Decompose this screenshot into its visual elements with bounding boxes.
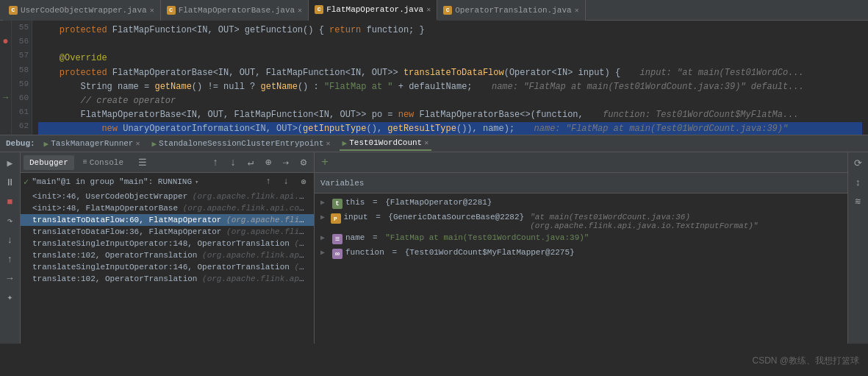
variables-section-header: Variables [315,173,847,194]
bp-62 [0,119,11,133]
step-into-icon[interactable]: ↓ [2,232,18,248]
frames-list: <init>:46, UserCodeObjectWrapper (org.ap… [21,191,314,344]
debug-label: Debug: [6,139,35,148]
code-content: protected FlatMapFunction<IN, OUT> getFu… [32,21,868,135]
filter-icon[interactable]: ☰ [135,155,150,170]
thread-dropdown[interactable]: ▾ [195,178,198,186]
step-over-icon[interactable]: ↷ [2,213,18,229]
resume-icon[interactable]: ▶ [2,155,18,171]
frames-pin-btn[interactable]: ⊕ [261,155,276,170]
ln-57: 57 [12,49,29,63]
debug-session-test01[interactable]: ▶ Test01WordCount ✕ [340,137,432,151]
run-cursor-icon[interactable]: → [2,270,18,286]
tab-label: FlatMapOperator.java [326,5,423,14]
thread-down[interactable]: ↓ [279,174,293,189]
tab-debugger[interactable]: Debugger [24,155,74,170]
code-line-59b: FlatMapOperatorBase<IN, OUT, FlatMapFunc… [38,108,862,122]
ln-59: 59 [12,77,29,91]
step-out-icon[interactable]: ↑ [2,251,18,267]
ln-60: 60 [12,91,29,105]
right-panel: + Variables ▶ t this = {FlatMapOperator@… [315,152,847,344]
frames-restore-btn[interactable]: ↵ [243,155,258,170]
watermark: CSDN @教练、我想打篮球 [752,355,859,367]
code-line-56: @Override [38,52,862,65]
expand-this[interactable]: ▶ [320,198,329,207]
this-icon: t [332,199,342,209]
sidebar-icon-3[interactable]: ≋ [850,194,867,210]
left-action-bar: ▶ ⏸ ■ ↷ ↓ ↑ → ✦ [0,152,21,344]
frame-item-7[interactable]: translate:102, OperatorTranslation (org.… [21,273,314,285]
bp-56: ● [0,35,11,49]
var-function[interactable]: ▶ ∞ function = {Test01WordCount$MyFlatMa… [315,246,847,261]
stop-icon[interactable]: ■ [2,194,18,210]
tab-close[interactable]: ✕ [575,6,579,15]
thread-header: ✓ "main"@1 in group "main": RUNNING ▾ ↑ … [21,173,314,191]
var-input[interactable]: ▶ P input = {GenericDataSourceBase@2282}… [315,211,847,232]
frames-settings-btn[interactable]: ⚙ [296,155,311,170]
tab-close[interactable]: ✕ [298,6,302,15]
editor-tabs: c UserCodeObjectWrapper.java ✕ c FlatMap… [0,0,868,21]
bp-57 [0,49,11,63]
frame-item-6[interactable]: translateSingleInputOperator:146, Operat… [21,261,314,273]
thread-filter[interactable]: ⊗ [296,174,311,189]
expand-function[interactable]: ▶ [320,248,329,257]
tab-close[interactable]: ✕ [426,5,431,14]
java-icon: c [315,5,323,14]
sidebar-icon-2[interactable]: ↕ [850,174,867,191]
java-icon: c [443,6,452,15]
tab-usercode[interactable]: c UserCodeObjectWrapper.java ✕ [3,0,161,21]
frame-item-5[interactable]: translate:102, OperatorTranslation (org.… [21,249,314,261]
thread-up[interactable]: ↑ [261,174,276,189]
bp-59 [0,77,11,91]
ln-56: 56 [12,35,29,49]
ln-62: 62 [12,119,29,133]
frame-item-4[interactable]: translateSingleInputOperator:148, Operat… [21,238,314,249]
tab-label: UserCodeObjectWrapper.java [21,6,147,15]
debugger-panel: ▶ ⏸ ■ ↷ ↓ ↑ → ✦ Debugger ≡ Console ☰ [0,152,868,344]
sidebar-icon-1[interactable]: ⟳ [850,155,867,171]
java-icon: c [9,6,18,15]
tab-label: FlatMapOperatorBase.java [179,6,295,15]
variables-list: ▶ t this = {FlatMapOperator@2281} ▶ P in… [315,194,847,344]
input-icon: P [331,213,341,224]
code-line-blank [38,38,862,52]
code-line-60: new UnaryOperatorInformation<IN, OUT>(ge… [38,122,862,135]
pause-icon[interactable]: ⏸ [2,174,18,191]
var-name[interactable]: ▶ ≡ name = "FlatMap at main(Test01WordCo… [315,232,847,246]
tab-console[interactable]: ≡ Console [77,155,129,170]
frame-item-3[interactable]: translateToDataFlow:36, FlatMapOperator … [21,226,314,238]
code-line-58: String name = getName() != null ? getNam… [38,80,862,94]
var-this[interactable]: ▶ t this = {FlatMapOperator@2281} [315,196,847,211]
tab-operatortranslation[interactable]: c OperatorTranslation.java ✕ [437,0,585,21]
debug-session-standalone[interactable]: ▶ StandaloneSessionClusterEntrypoint ✕ [148,138,333,150]
bp-55 [0,21,11,35]
frames-copy-btn[interactable]: ⇢ [279,155,293,170]
step-down-btn[interactable]: ↓ [226,155,240,170]
expand-input[interactable]: ▶ [320,213,328,221]
tab-flatmapoperator[interactable]: c FlatMapOperator.java ✕ [309,0,437,21]
add-watch-btn[interactable]: + [318,155,332,170]
name-icon: ≡ [332,234,342,244]
panel-header-tabs: Debugger ≡ Console ☰ ↑ ↓ ↵ ⊕ ⇢ ⚙ [21,152,314,173]
variables-panel-header: + [315,152,847,173]
ln-58: 58 [12,63,29,77]
code-line-57: protected FlatMapOperatorBase<IN, OUT, F… [38,66,862,80]
bp-58 [0,63,11,77]
debug-session-taskmanager[interactable]: ▶ TaskManagerRunner ✕ [41,138,143,150]
step-up-btn[interactable]: ↑ [208,155,223,170]
tab-close[interactable]: ✕ [150,6,154,15]
expand-name[interactable]: ▶ [320,233,329,242]
tab-flatmapbase[interactable]: c FlatMapOperatorBase.java ✕ [161,0,309,21]
frame-item-0[interactable]: <init>:46, UserCodeObjectWrapper (org.ap… [21,191,314,202]
right-sidebar: ⟳ ↕ ≋ [847,152,868,344]
frame-item-1[interactable]: <init>:48, FlatMapOperatorBase (org.apac… [21,202,314,214]
evaluate-icon[interactable]: ✦ [2,289,18,305]
frame-item-2[interactable]: translateToDataFlow:60, FlatMapOperator … [21,214,314,226]
code-line-59: // create operator [38,94,862,108]
debug-bar: Debug: ▶ TaskManagerRunner ✕ ▶ Standalon… [0,135,868,152]
checkmark-icon: ✓ [24,177,29,188]
bp-61 [0,105,11,119]
left-panel: Debugger ≡ Console ☰ ↑ ↓ ↵ ⊕ ⇢ ⚙ [21,152,315,344]
ln-55: 55 [12,21,29,35]
ln-61: 61 [12,105,29,119]
